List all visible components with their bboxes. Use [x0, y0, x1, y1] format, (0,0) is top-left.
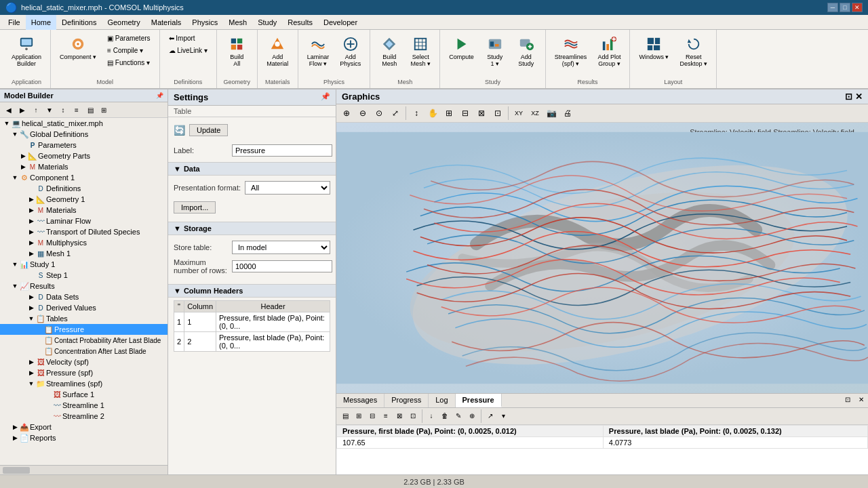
- list-view[interactable]: ≡: [71, 104, 83, 116]
- bottom-dropdown[interactable]: ▾: [498, 409, 509, 422]
- laminar-flow-button[interactable]: LaminarFlow ▾: [302, 33, 334, 70]
- add-plot-group-button[interactable]: Add PlotGroup ▾: [593, 33, 625, 70]
- bottom-btn-10[interactable]: ⊕: [466, 409, 478, 422]
- materials-global-toggle[interactable]: ▶: [19, 162, 27, 171]
- tree-item-parameters[interactable]: P Parameters: [0, 140, 167, 150]
- rotate-button[interactable]: ↕: [409, 106, 424, 121]
- bottom-btn-1[interactable]: ▤: [339, 409, 351, 422]
- export-toggle[interactable]: ▶: [11, 422, 19, 432]
- graphics-view[interactable]: Streamline: Velocity field Streamline: V…: [336, 123, 868, 393]
- bottom-btn-4[interactable]: ≡: [380, 409, 392, 422]
- add-material-button[interactable]: AddMaterial: [262, 33, 293, 70]
- label-field-input[interactable]: [232, 144, 332, 157]
- windows-button[interactable]: Windows ▾: [634, 33, 673, 64]
- reset-desktop-button[interactable]: ResetDesktop ▾: [675, 33, 712, 70]
- screenshot-button[interactable]: 📷: [544, 106, 559, 121]
- application-builder-button[interactable]: ApplicationBuilder: [7, 33, 46, 70]
- tree-item-streamlines-spf[interactable]: ▼ 📁 Streamlines (spf): [0, 378, 167, 389]
- derived-values-toggle[interactable]: ▶: [27, 303, 35, 312]
- title-bar-controls[interactable]: ─ □ ✕: [827, 3, 863, 12]
- select-button[interactable]: ⊞: [441, 106, 456, 121]
- bottom-btn-6[interactable]: ⊡: [407, 409, 419, 422]
- nav-back[interactable]: ◀: [3, 104, 15, 116]
- model-builder-pin[interactable]: 📌: [156, 92, 163, 99]
- col-headers-section-header[interactable]: ▼ Column Headers: [168, 284, 336, 298]
- menu-home[interactable]: Home: [26, 15, 56, 30]
- nav-up[interactable]: ↑: [30, 104, 42, 116]
- grid-view[interactable]: ⊞: [98, 104, 110, 116]
- tree-item-study1[interactable]: ▼ 📊 Study 1: [0, 259, 167, 270]
- tree-item-global-def[interactable]: ▼ 🔧 Global Definitions: [0, 129, 167, 140]
- parameters-button[interactable]: ▣ Parameters: [102, 33, 155, 44]
- streamline2-toggle[interactable]: [43, 411, 52, 421]
- surface1-toggle[interactable]: [43, 390, 52, 399]
- maximize-button[interactable]: □: [840, 3, 850, 12]
- bottom-close[interactable]: ✕: [854, 394, 868, 407]
- tab-messages[interactable]: Messages: [336, 394, 384, 407]
- close-button[interactable]: ✕: [852, 3, 863, 12]
- menu-geometry[interactable]: Geometry: [102, 15, 145, 30]
- bottom-btn-9[interactable]: ✎: [452, 409, 465, 422]
- model-builder-scrollbar[interactable]: [0, 465, 167, 474]
- step1-toggle[interactable]: [27, 270, 35, 280]
- nav-forward[interactable]: ▶: [16, 104, 28, 116]
- pressure-toggle[interactable]: [35, 325, 43, 334]
- view-xz-button[interactable]: XZ: [528, 106, 542, 121]
- study1-toggle[interactable]: ▼: [11, 260, 19, 269]
- data-section-header[interactable]: ▼ Data: [168, 162, 336, 176]
- show-button[interactable]: ⊡: [490, 106, 505, 121]
- build-all-button[interactable]: BuildAll: [222, 33, 252, 70]
- tab-progress[interactable]: Progress: [384, 394, 429, 407]
- bottom-btn-3[interactable]: ⊟: [366, 409, 378, 422]
- menu-physics[interactable]: Physics: [186, 15, 223, 30]
- concentration-toggle[interactable]: [35, 346, 43, 356]
- add-physics-button[interactable]: AddPhysics: [335, 33, 366, 70]
- tree-item-datasets[interactable]: ▶ D Data Sets: [0, 291, 167, 302]
- tree-item-materials-global[interactable]: ▶ M Materials: [0, 161, 167, 172]
- bottom-btn-7[interactable]: ↓: [425, 409, 437, 422]
- menu-study[interactable]: Study: [252, 15, 282, 30]
- tree-item-transport[interactable]: ▶ 〰 Transport of Diluted Species: [0, 226, 167, 237]
- results-toggle[interactable]: ▼: [11, 281, 19, 291]
- mesh1-toggle[interactable]: ▶: [27, 249, 35, 258]
- tree-item-geometry-parts[interactable]: ▶ 📐 Geometry Parts: [0, 150, 167, 161]
- select-mesh-button[interactable]: SelectMesh ▾: [406, 33, 435, 70]
- tree-item-streamline1[interactable]: 〰 Streamline 1: [0, 400, 167, 411]
- tree-item-derived-values[interactable]: ▶ D Derived Values: [0, 302, 167, 313]
- update-button[interactable]: Update: [189, 124, 228, 136]
- print-button[interactable]: 🖨: [560, 106, 575, 121]
- deselect-button[interactable]: ⊟: [458, 106, 473, 121]
- bottom-btn-8[interactable]: 🗑: [439, 409, 451, 422]
- expand-toggle[interactable]: ↕: [57, 104, 69, 116]
- bottom-btn-5[interactable]: ⊠: [393, 409, 406, 422]
- tile-view[interactable]: ▤: [84, 104, 96, 116]
- tree-item-pressure-spf[interactable]: ▶ 🖼 Pressure (spf): [0, 367, 167, 378]
- transport-toggle[interactable]: ▶: [27, 227, 35, 237]
- max-rows-input[interactable]: [232, 260, 332, 272]
- add-study-button[interactable]: AddStudy: [511, 33, 541, 70]
- compile-button[interactable]: ≡ Compile ▾: [102, 45, 155, 56]
- zoom-box-button[interactable]: ⤢: [388, 106, 403, 121]
- definitions-toggle[interactable]: [27, 184, 35, 193]
- tab-log[interactable]: Log: [429, 394, 455, 407]
- geometry1-toggle[interactable]: ▶: [27, 195, 35, 204]
- tree-item-streamline2[interactable]: 〰 Streamline 2: [0, 411, 167, 422]
- study-button[interactable]: Study1 ▾: [480, 33, 510, 70]
- tree-item-velocity[interactable]: ▶ 🖼 Velocity (spf): [0, 357, 167, 367]
- datasets-toggle[interactable]: ▶: [27, 292, 35, 302]
- zoom-fit-button[interactable]: ⊙: [372, 106, 387, 121]
- tree-item-materials2[interactable]: ▶ M Materials: [0, 205, 167, 216]
- geometry-parts-toggle[interactable]: ▶: [19, 151, 27, 161]
- build-mesh-button[interactable]: BuildMesh: [374, 33, 404, 70]
- menu-materials[interactable]: Materials: [146, 15, 187, 30]
- tree-item-pressure[interactable]: 📋 Pressure: [0, 324, 167, 335]
- velocity-toggle[interactable]: ▶: [27, 357, 35, 367]
- streamlines-spf-toggle[interactable]: ▼: [27, 379, 35, 388]
- hide-button[interactable]: ⊠: [474, 106, 489, 121]
- root-toggle[interactable]: ▼: [3, 119, 11, 128]
- tree-item-laminar-flow[interactable]: ▶ 〰 Laminar Flow: [0, 216, 167, 226]
- graphics-close-button[interactable]: ✕: [855, 92, 863, 102]
- tree-item-component1[interactable]: ▼ ⚙ Component 1: [0, 172, 167, 183]
- tree-item-reports[interactable]: ▶ 📄 Reports: [0, 432, 167, 443]
- zoom-in-button[interactable]: ⊕: [339, 106, 354, 121]
